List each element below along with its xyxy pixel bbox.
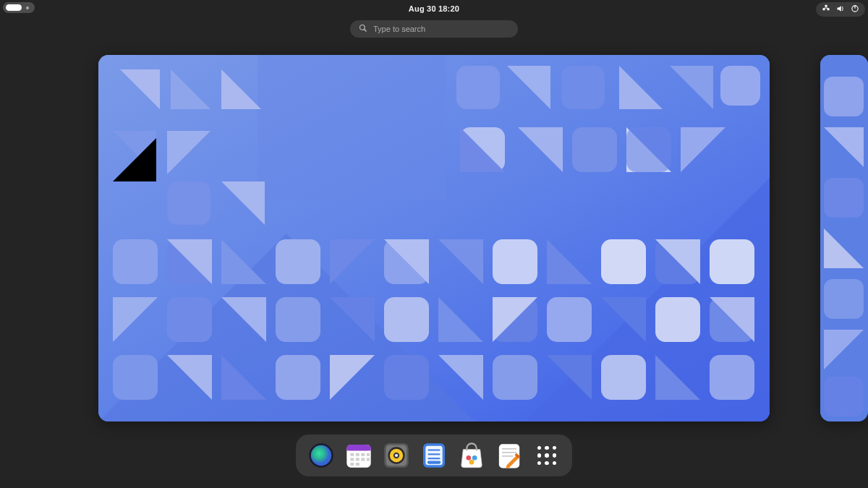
- workspace-1[interactable]: [98, 55, 770, 421]
- calendar-icon: [344, 441, 373, 470]
- svg-rect-2: [825, 5, 827, 7]
- workspace-indicator-dot: [26, 7, 29, 9]
- svg-rect-37: [824, 77, 864, 116]
- svg-rect-52: [361, 458, 365, 461]
- svg-rect-53: [367, 458, 370, 461]
- svg-rect-31: [276, 355, 320, 400]
- svg-rect-35: [710, 355, 754, 400]
- svg-rect-39: [824, 279, 864, 319]
- system-status-area[interactable]: [816, 2, 865, 17]
- svg-rect-49: [367, 453, 370, 456]
- svg-rect-30: [113, 355, 158, 400]
- svg-rect-27: [547, 297, 592, 342]
- app-software[interactable]: [456, 440, 487, 471]
- desktop-wallpaper: [98, 55, 770, 421]
- svg-point-5: [360, 25, 365, 30]
- desktop-wallpaper: [820, 55, 868, 421]
- svg-rect-51: [356, 458, 359, 461]
- svg-rect-34: [601, 355, 646, 400]
- svg-rect-14: [626, 127, 671, 172]
- svg-point-70: [469, 460, 475, 465]
- svg-rect-13: [572, 127, 617, 172]
- svg-rect-50: [350, 458, 354, 461]
- svg-rect-45: [346, 448, 370, 450]
- clock[interactable]: Aug 30 18:20: [409, 4, 459, 13]
- activities-button[interactable]: [3, 2, 35, 13]
- app-web-browser[interactable]: [306, 440, 336, 471]
- show-apps-button[interactable]: [532, 440, 562, 471]
- workspace-2[interactable]: [820, 55, 868, 421]
- svg-rect-46: [350, 453, 354, 456]
- svg-line-6: [365, 30, 367, 32]
- network-icon: [822, 4, 830, 14]
- volume-icon: [836, 4, 845, 14]
- app-todo[interactable]: [419, 440, 449, 471]
- svg-rect-8: [456, 66, 500, 109]
- overview-search[interactable]: Type to search: [350, 20, 518, 38]
- search-icon: [359, 22, 367, 35]
- svg-rect-40: [824, 377, 864, 416]
- globe-icon: [307, 441, 336, 470]
- svg-rect-33: [493, 355, 537, 400]
- svg-rect-4: [854, 5, 855, 9]
- svg-rect-25: [384, 297, 429, 342]
- svg-point-68: [467, 455, 472, 461]
- svg-rect-15: [113, 239, 158, 284]
- svg-rect-47: [356, 453, 359, 456]
- svg-rect-55: [356, 463, 359, 466]
- top-bar: Aug 30 18:20: [0, 0, 868, 17]
- svg-rect-17: [276, 239, 320, 284]
- dock: [296, 435, 572, 476]
- svg-point-42: [311, 445, 331, 466]
- svg-rect-11: [167, 181, 210, 225]
- checklist-icon: [420, 441, 448, 470]
- svg-rect-22: [710, 239, 754, 284]
- speaker-icon: [382, 441, 411, 470]
- text-editor-icon: [495, 441, 524, 470]
- svg-rect-10: [720, 66, 760, 106]
- svg-rect-32: [384, 355, 429, 400]
- svg-point-69: [472, 455, 477, 461]
- app-music[interactable]: [381, 440, 412, 471]
- workspace-indicator-pill: [6, 4, 22, 11]
- svg-rect-67: [427, 461, 441, 464]
- svg-rect-48: [361, 453, 365, 456]
- svg-rect-9: [561, 66, 605, 109]
- svg-rect-20: [601, 239, 646, 284]
- svg-rect-23: [167, 297, 212, 342]
- app-text-editor[interactable]: [494, 440, 524, 471]
- svg-rect-54: [350, 463, 354, 466]
- app-calendar[interactable]: [344, 440, 374, 471]
- apps-grid-icon: [533, 442, 561, 469]
- svg-rect-38: [824, 178, 864, 218]
- svg-rect-28: [655, 297, 700, 342]
- svg-rect-24: [276, 297, 320, 342]
- power-icon: [851, 4, 859, 14]
- shopping-bag-icon: [457, 441, 486, 470]
- svg-point-61: [395, 454, 398, 457]
- search-placeholder: Type to search: [373, 25, 425, 33]
- svg-rect-19: [493, 239, 537, 284]
